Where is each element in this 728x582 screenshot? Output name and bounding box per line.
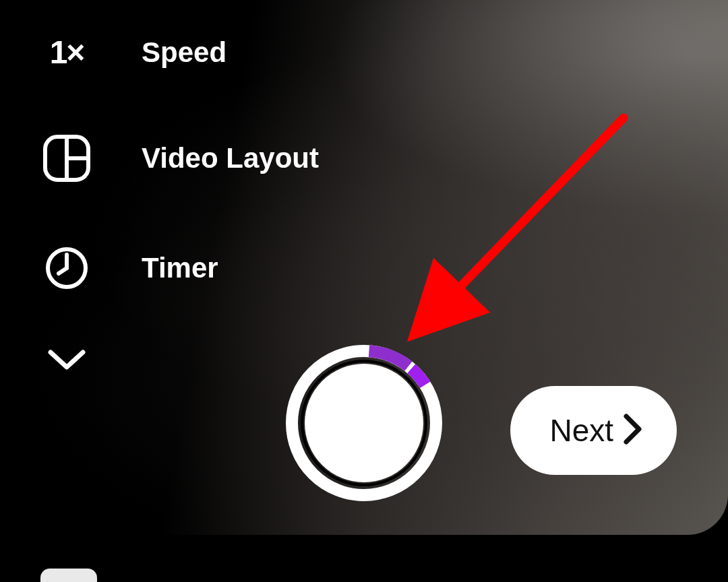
video-layout-tool[interactable]: Video Layout bbox=[36, 134, 319, 183]
camera-viewfinder: 1× Speed Video Layout T bbox=[0, 0, 728, 535]
video-layout-label: Video Layout bbox=[142, 142, 319, 174]
speed-icon-text: 1× bbox=[50, 34, 84, 71]
timer-icon bbox=[36, 246, 97, 290]
chevron-down-icon bbox=[36, 348, 97, 371]
record-button[interactable] bbox=[286, 345, 442, 501]
timer-label: Timer bbox=[142, 252, 218, 284]
record-button-container bbox=[286, 345, 442, 501]
timer-tool[interactable]: Timer bbox=[36, 246, 319, 290]
bottom-bar bbox=[0, 535, 728, 582]
chevron-right-icon bbox=[623, 413, 643, 448]
video-layout-icon bbox=[36, 134, 97, 183]
speed-icon: 1× bbox=[36, 34, 97, 71]
bottom-tab-peek bbox=[40, 569, 97, 582]
svg-point-8 bbox=[305, 364, 423, 482]
svg-line-5 bbox=[59, 268, 67, 273]
speed-label: Speed bbox=[142, 36, 226, 69]
next-button-label: Next bbox=[549, 412, 613, 449]
svg-line-10 bbox=[431, 118, 624, 317]
next-button[interactable]: Next bbox=[510, 386, 677, 475]
tools-sidebar: 1× Speed Video Layout T bbox=[36, 34, 319, 434]
speed-tool[interactable]: 1× Speed bbox=[36, 34, 319, 71]
expand-tools-button[interactable] bbox=[36, 348, 319, 371]
